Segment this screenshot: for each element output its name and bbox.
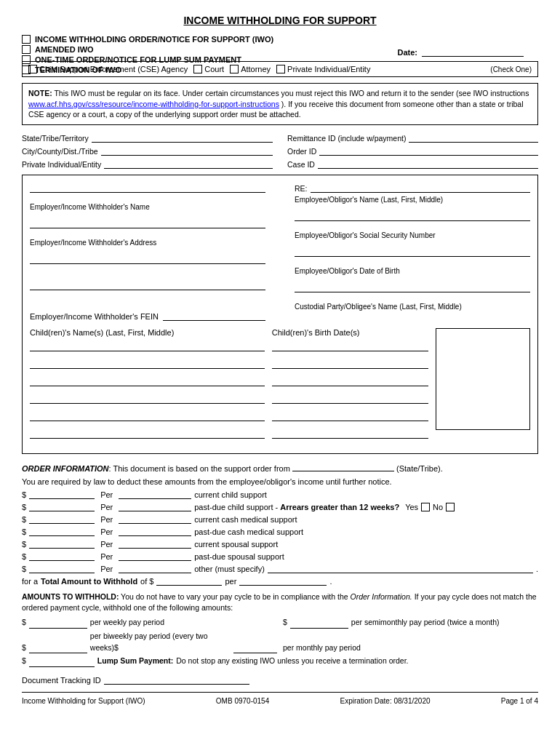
amt-field-1[interactable] xyxy=(29,489,95,499)
child-name-2[interactable] xyxy=(30,359,265,369)
city-label: City/County/Dist./Tribe xyxy=(22,147,98,156)
amt-field-5[interactable] xyxy=(29,538,95,549)
children-names-col: Child(ren)'s Name(s) (Last, First, Middl… xyxy=(30,328,265,446)
employee-dob-field[interactable] xyxy=(295,247,530,257)
employer-address-field[interactable] xyxy=(30,218,265,228)
employee-ssn-label: Employee/Obligor's Social Security Numbe… xyxy=(295,231,530,239)
order-row-5: $ Per current spousal support xyxy=(22,538,538,549)
semimonthly-field[interactable] xyxy=(290,618,348,629)
private-label: Private Individual/Entity xyxy=(287,65,370,73)
yes-checkbox[interactable] xyxy=(421,503,430,511)
onetime-label: ONE-TIME ORDER/NOTICE FOR LUMP SUM PAYME… xyxy=(35,55,241,64)
custodial-party-field[interactable] xyxy=(295,282,530,292)
date-field[interactable] xyxy=(422,47,524,57)
child-name-6[interactable] xyxy=(30,429,265,439)
amt-field-6[interactable] xyxy=(29,551,95,561)
total-per-field[interactable] xyxy=(239,575,327,586)
monthly-label: per monthly pay period xyxy=(283,642,361,654)
total-bold-label: Total Amount to Withhold xyxy=(41,577,137,586)
note-text: This IWO must be regular on its face. Un… xyxy=(54,89,529,97)
cse-checkbox[interactable] xyxy=(28,65,37,73)
order-field[interactable] xyxy=(319,146,538,156)
private-field[interactable] xyxy=(104,159,273,169)
amended-checkbox[interactable] xyxy=(22,45,31,54)
amt-field-4[interactable] xyxy=(29,526,95,536)
total-per-label: per xyxy=(225,577,236,586)
attorney-checkbox[interactable] xyxy=(230,65,239,73)
child-name-4[interactable] xyxy=(30,394,265,404)
state-tribe-label: State/Tribe/Territory xyxy=(22,134,89,143)
amounts-bold: AMOUNTS TO WITHHOLD: xyxy=(22,592,119,601)
child-dob-2[interactable] xyxy=(272,359,428,369)
biweekly-field[interactable] xyxy=(29,643,87,653)
fein-field[interactable] xyxy=(163,311,265,321)
employer-name-field[interactable] xyxy=(30,183,265,193)
lump-sum-field[interactable] xyxy=(29,657,95,667)
amt-field-3[interactable] xyxy=(29,514,95,524)
order-row-7: $ Per other (must specify) . xyxy=(22,563,538,573)
child-dob-1[interactable] xyxy=(272,341,428,351)
onetime-checkbox[interactable] xyxy=(22,55,31,64)
employer-address-label: Employer/Income Withholder's Address xyxy=(30,239,265,247)
footer-left: Income Withholding for Support (IWO) xyxy=(22,697,145,705)
employer-address2-field[interactable] xyxy=(30,254,265,264)
weekly-field[interactable] xyxy=(29,618,87,629)
case-field[interactable] xyxy=(318,159,538,169)
amt-field-7[interactable] xyxy=(29,563,95,573)
per-field-2[interactable] xyxy=(119,501,191,511)
no-checkbox[interactable] xyxy=(446,503,455,511)
footer-page: Page 1 of 4 xyxy=(501,697,538,705)
employee-name-label: Employee/Obligor's Name (Last, First, Mi… xyxy=(295,196,530,204)
employee-ssn-field[interactable] xyxy=(295,211,530,221)
note-link[interactable]: www.acf.hhs.gov/css/resource/income-with… xyxy=(28,100,279,108)
per-field-1[interactable] xyxy=(119,489,191,499)
amt-field-2[interactable] xyxy=(29,501,95,511)
other-specify-field[interactable] xyxy=(268,563,533,573)
doc-tracking-row: Document Tracking ID xyxy=(22,674,538,685)
private-checkbox[interactable] xyxy=(276,65,285,73)
child-dob-3[interactable] xyxy=(272,376,428,386)
city-field[interactable] xyxy=(101,146,273,156)
court-checkbox[interactable] xyxy=(193,65,202,73)
per-field-3[interactable] xyxy=(119,514,191,524)
amended-label: AMENDED IWO xyxy=(35,45,94,54)
note-bold: NOTE: xyxy=(28,89,52,97)
order-info-title-text: : This document is based on the support … xyxy=(109,464,290,473)
total-row: for a Total Amount to Withhold of $ per … xyxy=(22,575,538,586)
per-field-6[interactable] xyxy=(119,551,191,561)
order-info-title-bold: ORDER INFORMATION xyxy=(22,464,109,473)
remittance-field[interactable] xyxy=(409,132,538,143)
children-photo-box xyxy=(436,328,530,430)
child-dob-5[interactable] xyxy=(272,411,428,421)
employer-address3-field[interactable] xyxy=(30,280,265,290)
order-state-tribe-text: (State/Tribe). xyxy=(396,464,443,473)
child-dob-4[interactable] xyxy=(272,394,428,404)
biweekly-label: per biweekly pay period (every two weeks… xyxy=(90,631,231,654)
biweekly-amount-field[interactable] xyxy=(233,643,277,653)
order-state-tribe-field[interactable] xyxy=(292,461,394,471)
per-field-4[interactable] xyxy=(119,526,191,536)
child-name-5[interactable] xyxy=(30,411,265,421)
row-6-label: past-due spousal support xyxy=(194,552,284,561)
private-label: Private Individual/Entity xyxy=(22,160,101,169)
amounts-italic: Order Information. xyxy=(351,592,412,601)
court-label: Court xyxy=(204,65,224,73)
attorney-checkbox-group: Attorney xyxy=(230,65,271,73)
doc-tracking-field[interactable] xyxy=(104,674,249,685)
state-tribe-field[interactable] xyxy=(92,132,273,143)
remittance-label: Remittance ID (include w/payment) xyxy=(287,134,406,143)
order-label: Order ID xyxy=(287,147,316,156)
per-field-5[interactable] xyxy=(119,538,191,549)
order-row-6: $ Per past-due spousal support xyxy=(22,551,538,561)
total-amount-field[interactable] xyxy=(156,575,222,586)
child-dob-6[interactable] xyxy=(272,429,428,439)
child-name-1[interactable] xyxy=(30,341,265,351)
footer: Income Withholding for Support (IWO) OMB… xyxy=(22,692,538,705)
child-name-3[interactable] xyxy=(30,376,265,386)
iwo-checkbox[interactable] xyxy=(22,35,31,44)
employee-name-field[interactable] xyxy=(311,183,530,193)
court-checkbox-group: Court xyxy=(193,65,224,73)
per-field-7[interactable] xyxy=(119,563,191,573)
check-one-label: (Check One) xyxy=(490,65,532,73)
employee-dob-label: Employee/Obligor's Date of Birth xyxy=(295,267,530,275)
